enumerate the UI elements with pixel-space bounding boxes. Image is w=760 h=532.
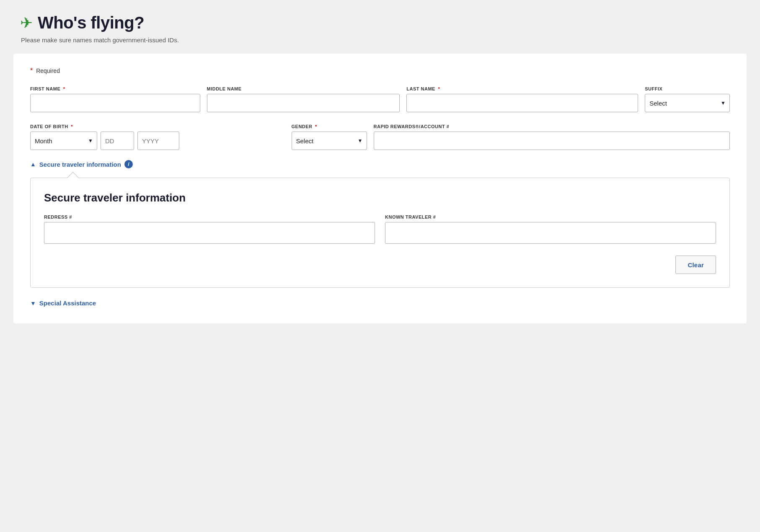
dob-row: DATE OF BIRTH * Month January February M…	[30, 124, 730, 150]
secure-panel-fields: REDRESS # KNOWN TRAVELER #	[44, 214, 716, 244]
plane-icon: ✈	[20, 15, 33, 31]
panel-arrow-inner	[67, 173, 78, 178]
known-traveler-group: KNOWN TRAVELER #	[385, 214, 716, 244]
last-name-input[interactable]	[406, 94, 638, 112]
secure-traveler-toggle[interactable]: Secure traveler information	[39, 161, 121, 168]
first-name-group: FIRST NAME *	[30, 86, 200, 112]
gender-select[interactable]: Select Male Female Undisclosed	[292, 132, 367, 150]
special-assistance-chevron-down-icon: ▼	[30, 300, 36, 307]
redress-input[interactable]	[44, 222, 375, 244]
dob-dd-input[interactable]	[101, 132, 134, 150]
secure-panel-title: Secure traveler information	[44, 191, 716, 204]
secure-info-icon[interactable]: i	[124, 160, 133, 168]
page-title: Who's flying?	[38, 13, 144, 32]
page-header: ✈ Who's flying? Please make sure names m…	[0, 0, 760, 54]
middle-name-input[interactable]	[207, 94, 400, 112]
page-subtitle: Please make sure names match government-…	[21, 36, 740, 44]
known-traveler-input[interactable]	[385, 222, 716, 244]
last-name-label: LAST NAME *	[406, 86, 638, 91]
secure-toggle-chevron-up-icon: ▲	[30, 161, 36, 168]
secure-toggle-row: ▲ Secure traveler information i	[30, 160, 730, 168]
rapid-rewards-group: RAPID REWARDS®/ACCOUNT #	[374, 124, 730, 150]
special-assistance-label: Special Assistance	[39, 300, 96, 307]
name-row: FIRST NAME * MIDDLE NAME LAST NAME * SUF…	[30, 86, 730, 112]
gender-select-wrapper: Select Male Female Undisclosed ▼	[292, 132, 367, 150]
secure-panel-footer: Clear	[44, 256, 716, 274]
last-name-group: LAST NAME *	[406, 86, 638, 112]
special-assistance-toggle[interactable]: ▼ Special Assistance	[30, 300, 730, 307]
secure-traveler-panel: Secure traveler information REDRESS # KN…	[30, 178, 730, 288]
gender-group: GENDER * Select Male Female Undisclosed …	[292, 124, 367, 150]
dob-required: *	[70, 124, 73, 129]
redress-group: REDRESS #	[44, 214, 375, 244]
rapid-rewards-input[interactable]	[374, 132, 730, 150]
suffix-select[interactable]: Select Jr. Sr. II III IV	[645, 94, 730, 112]
required-star: *	[30, 67, 33, 74]
dob-yyyy-input[interactable]	[137, 132, 179, 150]
known-traveler-label: KNOWN TRAVELER #	[385, 214, 716, 220]
first-name-input[interactable]	[30, 94, 200, 112]
dob-group: DATE OF BIRTH * Month January February M…	[30, 124, 285, 150]
dob-inputs: Month January February March April May J…	[30, 132, 285, 150]
panel-arrow-container	[67, 172, 730, 178]
suffix-label: SUFFIX	[645, 86, 730, 91]
gender-required: *	[314, 124, 317, 129]
first-name-required: *	[62, 86, 65, 91]
rapid-rewards-label: RAPID REWARDS®/ACCOUNT #	[374, 124, 730, 129]
month-select[interactable]: Month January February March April May J…	[30, 132, 97, 150]
secure-section: ▲ Secure traveler information i Secure t…	[30, 160, 730, 288]
gender-label: GENDER *	[292, 124, 367, 129]
form-card: * Required FIRST NAME * MIDDLE NAME LAST…	[13, 54, 747, 323]
clear-button[interactable]: Clear	[675, 256, 716, 274]
required-label: Required	[36, 67, 60, 74]
redress-label: REDRESS #	[44, 214, 375, 220]
suffix-select-wrapper: Select Jr. Sr. II III IV ▼	[645, 94, 730, 112]
middle-name-label: MIDDLE NAME	[207, 86, 400, 91]
required-note: * Required	[30, 67, 730, 75]
middle-name-group: MIDDLE NAME	[207, 86, 400, 112]
title-row: ✈ Who's flying?	[20, 13, 740, 32]
last-name-required: *	[437, 86, 440, 91]
dob-label: DATE OF BIRTH *	[30, 124, 285, 129]
first-name-label: FIRST NAME *	[30, 86, 200, 91]
suffix-group: SUFFIX Select Jr. Sr. II III IV ▼	[645, 86, 730, 112]
month-select-wrapper: Month January February March April May J…	[30, 132, 97, 150]
